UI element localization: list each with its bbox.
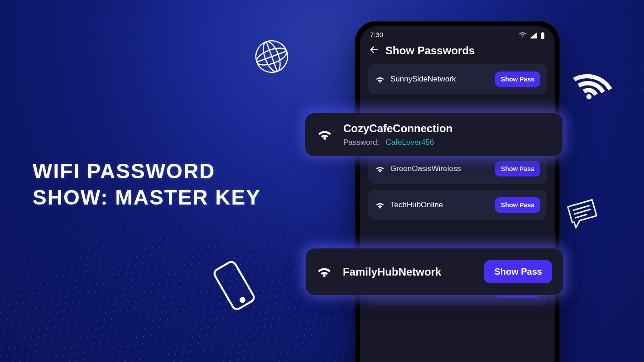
network-card-highlight: FamilyHubNetwork Show Pass: [306, 248, 563, 295]
phone-mockup: 7:30 Show Passwords SunnySi: [356, 22, 559, 362]
password-value: CafeLover456: [386, 138, 434, 147]
password-label: Password:: [343, 138, 379, 147]
svg-point-14: [379, 171, 381, 172]
svg-line-4: [266, 42, 277, 71]
network-name: GreenOasisWireless: [390, 164, 489, 173]
svg-line-7: [575, 214, 587, 218]
wifi-icon: [317, 265, 332, 279]
network-name: SunnySideNetwork: [390, 75, 489, 84]
network-card-expanded: CozyCafeConnection Password: CafeLover45…: [305, 113, 562, 156]
svg-point-13: [379, 81, 381, 83]
status-right-icons: [517, 31, 545, 39]
network-name: FamilyHubNetwork: [343, 266, 473, 278]
network-row: SunnySideNetwork Show Pass: [368, 64, 547, 94]
network-name: TechHubOnline: [390, 200, 489, 210]
svg-point-15: [379, 207, 381, 209]
svg-point-18: [323, 274, 326, 276]
svg-point-9: [240, 297, 245, 303]
show-pass-button[interactable]: Show Pass: [495, 161, 540, 176]
wifi-icon: [317, 128, 332, 142]
network-row: GreenOasisWireless Show Pass: [368, 154, 547, 184]
network-row: TechHubOnline Show Pass: [368, 190, 547, 220]
password-line: Password: CafeLover456: [343, 138, 452, 147]
wifi-small-icon: [375, 201, 384, 209]
status-time: 7:30: [370, 31, 383, 38]
marketing-headline: WIFI PASSWORD SHOW: MASTER KEY: [33, 158, 261, 210]
svg-rect-11: [542, 32, 543, 33]
status-bar: 7:30: [360, 26, 555, 41]
chat-icon: [563, 196, 603, 231]
headline-line1: WIFI PASSWORD: [33, 158, 261, 185]
show-pass-button[interactable]: Show Pass: [495, 197, 540, 213]
wifi-small-icon: [375, 76, 384, 83]
headline-line2: SHOW: MASTER KEY: [33, 185, 261, 211]
wifi-small-icon: [375, 165, 384, 172]
back-icon[interactable]: [369, 45, 379, 57]
page-title: Show Passwords: [385, 44, 475, 57]
network-name: CozyCafeConnection: [343, 122, 452, 135]
show-pass-button[interactable]: Show Pass: [484, 260, 552, 283]
svg-point-17: [323, 137, 326, 139]
svg-rect-10: [541, 33, 544, 39]
show-pass-button[interactable]: Show Pass: [495, 71, 540, 87]
